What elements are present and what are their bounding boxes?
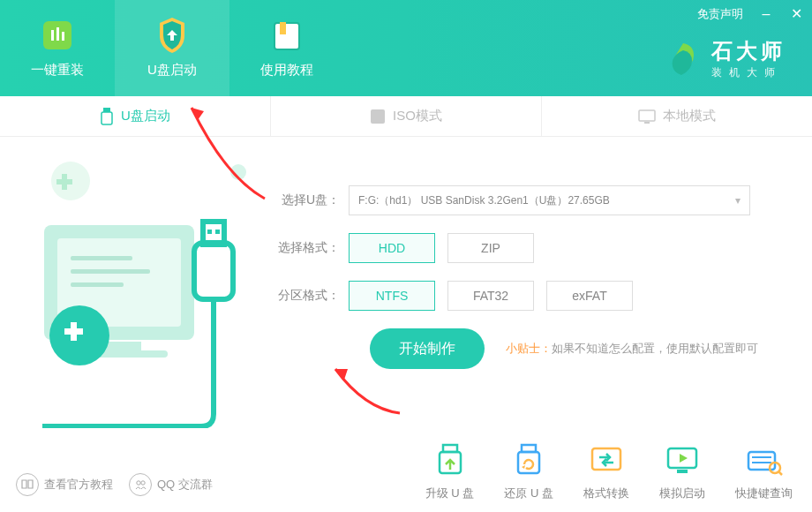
tool-label: 模拟启动 [659, 486, 705, 501]
play-monitor-icon [663, 443, 702, 478]
svg-rect-4 [274, 23, 299, 49]
tool-label: 升级 U 盘 [425, 486, 475, 501]
main-area: 选择U盘： F:G:（hd1） USB SanDisk 3.2Gen1（U盘）2… [0, 137, 812, 512]
titlebar: 免责声明 – ✕ [697, 5, 803, 22]
nav-label: U盘启动 [147, 62, 197, 79]
format-label: 选择格式： [274, 240, 340, 256]
tip-text: 如果不知道怎么配置，使用默认配置即可 [552, 342, 758, 355]
partition-option-fat32[interactable]: FAT32 [447, 281, 534, 311]
svg-rect-31 [518, 452, 539, 473]
subtab-usb-boot[interactable]: U盘启动 [0, 96, 271, 136]
logo-icon [664, 40, 703, 79]
tool-restore-usb[interactable]: 还原 U 盘 [504, 443, 553, 501]
brand-subtitle: 装机大师 [711, 65, 786, 80]
tool-hotkey-lookup[interactable]: 快捷键查询 [735, 443, 793, 501]
svg-rect-16 [71, 256, 132, 260]
tool-simulate-boot[interactable]: 模拟启动 [659, 443, 705, 501]
nav-reinstall[interactable]: 一键重装 [0, 0, 115, 96]
book-icon [269, 18, 304, 53]
iso-icon [370, 109, 386, 124]
book-open-icon [16, 473, 39, 496]
tool-label: 还原 U 盘 [504, 486, 553, 501]
tip-label: 小贴士： [506, 342, 552, 355]
close-button[interactable]: ✕ [789, 5, 803, 22]
usb-up-icon [431, 443, 470, 478]
header: 一键重装 U盘启动 使用教程 免责声明 – ✕ 石大师 装机大师 [0, 0, 812, 96]
disk-label: 选择U盘： [274, 192, 340, 208]
subtab-local[interactable]: 本地模式 [542, 96, 812, 136]
svg-rect-25 [215, 230, 220, 234]
partition-option-ntfs[interactable]: NTFS [349, 281, 435, 311]
start-button[interactable]: 开始制作 [370, 328, 485, 369]
minimize-button[interactable]: – [759, 6, 773, 22]
shield-icon [154, 18, 190, 53]
form: 选择U盘： F:G:（hd1） USB SanDisk 3.2Gen1（U盘）2… [274, 185, 786, 369]
svg-line-39 [778, 471, 782, 475]
svg-rect-24 [207, 230, 212, 234]
nav-label: 使用教程 [260, 62, 313, 79]
nav-label: 一键重装 [31, 62, 84, 79]
brand-title: 石大师 [711, 37, 786, 65]
svg-rect-10 [639, 110, 655, 121]
format-option-zip[interactable]: ZIP [447, 233, 534, 263]
nav-tutorial[interactable]: 使用教程 [229, 0, 344, 96]
format-option-hdd[interactable]: HDD [349, 233, 435, 263]
keyboard-search-icon [745, 443, 784, 478]
group-icon [129, 473, 152, 496]
svg-rect-6 [280, 22, 286, 34]
link-label: 查看官方教程 [44, 477, 113, 493]
svg-rect-22 [194, 243, 233, 299]
monitor-icon [638, 109, 656, 124]
link-label: QQ 交流群 [157, 477, 213, 493]
svg-point-13 [230, 164, 246, 180]
partition-option-exfat[interactable]: exFAT [546, 281, 633, 311]
tool-label: 格式转换 [583, 486, 629, 501]
subtabs: U盘启动 ISO模式 本地模式 [0, 96, 812, 137]
usb-illustration [9, 146, 256, 428]
svg-rect-1 [51, 30, 54, 41]
tool-upgrade-usb[interactable]: 升级 U 盘 [425, 443, 475, 501]
subtab-label: ISO模式 [393, 108, 442, 124]
svg-point-26 [137, 481, 140, 485]
bottom-tools: 升级 U 盘 还原 U 盘 格式转换 模拟启动 快捷键查询 [425, 443, 793, 501]
subtab-label: U盘启动 [121, 108, 170, 124]
svg-rect-35 [748, 452, 775, 470]
qq-group-link[interactable]: QQ 交流群 [129, 473, 213, 496]
brand: 石大师 装机大师 [664, 37, 786, 80]
usb-icon [100, 108, 114, 125]
subtab-label: 本地模式 [663, 108, 716, 124]
bottom-left-links: 查看官方教程 QQ 交流群 [16, 473, 213, 496]
svg-rect-18 [71, 282, 124, 287]
partition-label: 分区格式： [274, 288, 340, 304]
svg-rect-9 [371, 109, 385, 124]
chevron-down-icon: ▾ [735, 194, 741, 207]
svg-rect-34 [677, 470, 688, 473]
bars-icon [40, 18, 75, 53]
tip: 小贴士：如果不知道怎么配置，使用默认配置即可 [506, 341, 758, 357]
disclaimer-link[interactable]: 免责声明 [697, 6, 743, 22]
convert-icon [587, 443, 626, 478]
tool-label: 快捷键查询 [735, 486, 793, 501]
subtab-iso[interactable]: ISO模式 [271, 96, 542, 136]
svg-rect-8 [102, 112, 112, 124]
nav-usb-boot[interactable]: U盘启动 [115, 0, 229, 96]
svg-rect-3 [62, 32, 64, 41]
tool-format-convert[interactable]: 格式转换 [583, 443, 629, 501]
svg-rect-2 [56, 27, 59, 41]
svg-rect-17 [71, 269, 150, 274]
svg-point-27 [141, 481, 145, 485]
usb-refresh-icon [509, 443, 548, 478]
official-tutorial-link[interactable]: 查看官方教程 [16, 473, 113, 496]
svg-rect-11 [644, 122, 650, 124]
svg-point-21 [49, 305, 109, 365]
disk-select[interactable]: F:G:（hd1） USB SanDisk 3.2Gen1（U盘）27.65GB… [349, 185, 750, 215]
disk-value: F:G:（hd1） USB SanDisk 3.2Gen1（U盘）27.65GB [358, 193, 610, 208]
